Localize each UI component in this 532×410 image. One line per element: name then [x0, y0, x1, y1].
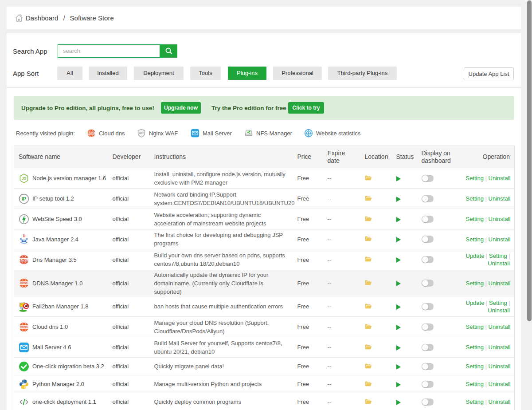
svg-text:JS: JS	[22, 176, 27, 181]
svg-text:IP: IP	[22, 196, 26, 201]
svg-text:DDNS: DDNS	[88, 132, 95, 134]
svg-text:DNS: DNS	[20, 258, 28, 262]
svg-text:DDNS: DDNS	[20, 325, 28, 328]
svg-text:DDNS: DDNS	[20, 281, 28, 284]
svg-text:WAF: WAF	[139, 132, 144, 134]
